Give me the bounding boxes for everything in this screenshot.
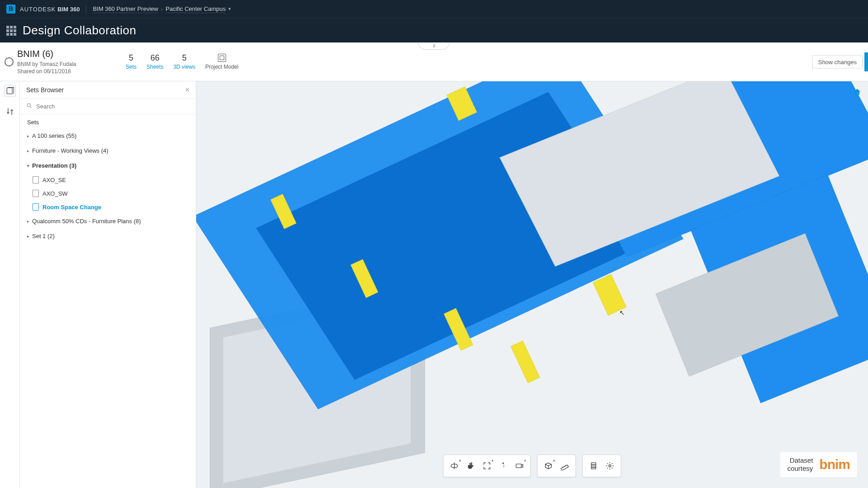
package-stats: 5 Sets 66 Sheets 5 3D views Project Mode…: [126, 53, 238, 70]
main-area: Sets Browser × Sets ▸A 100 series (55) ▸…: [0, 81, 868, 488]
svg-point-3: [502, 463, 504, 464]
svg-rect-5: [561, 465, 569, 470]
model-viewer[interactable]: ↖ ▲ ▲ ▲ ▲ Dataset courtesy: [196, 81, 868, 488]
camera-button[interactable]: ▲: [511, 458, 528, 474]
svg-rect-4: [516, 464, 522, 468]
chevron-right-icon: ▸: [27, 134, 29, 138]
tree-node-label: Set 1 (2): [32, 233, 55, 239]
tree-node-furniture[interactable]: ▸Furniture - Working Views (4): [20, 143, 196, 158]
measure-button[interactable]: [557, 458, 573, 474]
tree-leaf-label: AXO_SW: [42, 190, 68, 197]
tree-node-a100[interactable]: ▸A 100 series (55): [20, 128, 196, 143]
person-icon: [499, 461, 508, 470]
tree-node-set1[interactable]: ▸Set 1 (2): [20, 229, 196, 244]
stat-sets-count: 5: [129, 53, 133, 63]
brand-bim360: BIM 360: [57, 6, 80, 13]
product-logo-icon: [6, 5, 15, 14]
stat-sheets[interactable]: 66 Sheets: [146, 53, 163, 70]
layers-icon: [589, 461, 598, 470]
tree-node-label: Furniture - Working Views (4): [32, 147, 108, 154]
tree-node-qualcomm[interactable]: ▸Qualcomm 50% CDs - Furniture Plans (8): [20, 214, 196, 229]
home-view-icon[interactable]: [853, 88, 862, 97]
settings-button[interactable]: [602, 458, 618, 474]
credit-text: Dataset courtesy: [788, 456, 813, 473]
chevron-right-icon: ▸: [27, 219, 29, 224]
svg-rect-0: [7, 88, 12, 94]
package-title: BNIM (6): [17, 49, 108, 59]
module-bar: Design Collaboration: [0, 18, 868, 42]
sets-browser-title: Sets Browser: [26, 86, 64, 94]
module-title: Design Collaboration: [23, 23, 136, 38]
tree-leaf-axo-sw[interactable]: AXO_SW: [20, 187, 196, 200]
sets-tree: ▸A 100 series (55) ▸Furniture - Working …: [20, 128, 196, 244]
brand-autodesk: AUTODESK: [20, 6, 56, 13]
compare-arrows-icon: [5, 107, 14, 116]
zoom-button[interactable]: ▲: [479, 458, 495, 474]
iso-geometry: [196, 81, 868, 488]
breadcrumb-project[interactable]: Pacific Center Campus: [165, 5, 226, 13]
section-button[interactable]: ▲: [540, 458, 557, 474]
tree-leaf-room-space-change[interactable]: Room Space Change: [20, 200, 196, 214]
pan-button[interactable]: [462, 458, 479, 474]
caret-icon: ▲: [552, 459, 556, 462]
chevron-right-icon: ▸: [27, 234, 29, 239]
package-author: BNIM by Tomasz Fudala: [17, 61, 108, 67]
left-rail: [0, 81, 20, 488]
package-shared-date: Shared on 06/11/2018: [17, 68, 108, 75]
stat-sets-label: Sets: [126, 64, 137, 70]
toolbar-group-settings: [582, 455, 621, 477]
bnim-logo: bnim: [819, 457, 850, 472]
show-changes-button[interactable]: Show changes: [812, 55, 863, 68]
stat-sheets-count: 66: [151, 53, 160, 63]
apps-grid-icon[interactable]: [6, 26, 16, 36]
chevron-right-icon: ▸: [27, 149, 29, 153]
fit-icon: [482, 461, 491, 470]
package-header: ⇳ BNIM (6) BNIM by Tomasz Fudala Shared …: [0, 42, 868, 81]
tree-node-label: A 100 series (55): [32, 132, 76, 139]
sheet-icon: [33, 190, 39, 197]
caret-icon: ▲: [458, 459, 462, 462]
dataset-credit: Dataset courtesy bnim: [780, 452, 857, 477]
tree-leaf-label: AXO_SE: [42, 177, 66, 183]
search-icon: [26, 103, 33, 110]
changes-panel-toggle[interactable]: [4, 106, 16, 117]
project-dropdown-icon[interactable]: ▼: [227, 7, 231, 11]
chevron-down-icon: ▾: [27, 164, 29, 168]
tree-leaf-axo-se[interactable]: AXO_SE: [20, 173, 196, 187]
timeline-collapse-toggle[interactable]: ⇳: [418, 42, 450, 50]
orbit-icon: [450, 461, 459, 470]
orbit-button[interactable]: ▲: [446, 458, 462, 474]
credit-line1: Dataset: [788, 456, 813, 465]
tree-leaf-label: Room Space Change: [42, 204, 101, 211]
sets-search[interactable]: [20, 99, 196, 114]
stat-project-model[interactable]: Project Model: [205, 54, 238, 70]
sets-section-label: Sets: [20, 114, 196, 128]
viewer-scene: [196, 81, 868, 488]
sets-browser-header: Sets Browser ×: [20, 81, 196, 99]
sheet-icon: [33, 176, 39, 183]
breadcrumb-separator: ›: [161, 6, 163, 13]
right-accent-bar: [864, 52, 868, 71]
walk-button[interactable]: [495, 458, 511, 474]
mouse-cursor-icon: ↖: [619, 309, 625, 316]
caret-icon: ▲: [491, 459, 494, 462]
toolbar-group-nav: ▲ ▲ ▲: [443, 455, 531, 477]
tree-node-label: Presentation (3): [32, 162, 76, 169]
stat-3dviews-count: 5: [182, 53, 187, 63]
close-icon[interactable]: ×: [185, 86, 189, 94]
search-input[interactable]: [36, 103, 189, 110]
cube-section-icon: [544, 461, 553, 470]
stat-3dviews[interactable]: 5 3D views: [173, 53, 195, 70]
explode-button[interactable]: [585, 458, 602, 474]
sets-browser-panel: Sets Browser × Sets ▸A 100 series (55) ▸…: [20, 81, 196, 488]
sets-panel-toggle[interactable]: [4, 85, 16, 97]
top-bar: AUTODESK BIM 360 BIM 360 Partner Preview…: [0, 0, 868, 18]
topbar-divider: [86, 5, 86, 13]
breadcrumb-account[interactable]: BIM 360 Partner Preview: [93, 5, 158, 13]
viewer-toolbar: ▲ ▲ ▲ ▲: [443, 455, 621, 477]
package-title-block: BNIM (6) BNIM by Tomasz Fudala Shared on…: [17, 49, 108, 75]
stat-sets[interactable]: 5 Sets: [126, 53, 137, 70]
tree-node-presentation[interactable]: ▾Presentation (3): [20, 158, 196, 173]
hand-icon: [466, 461, 475, 470]
package-status-icon: [5, 57, 14, 66]
